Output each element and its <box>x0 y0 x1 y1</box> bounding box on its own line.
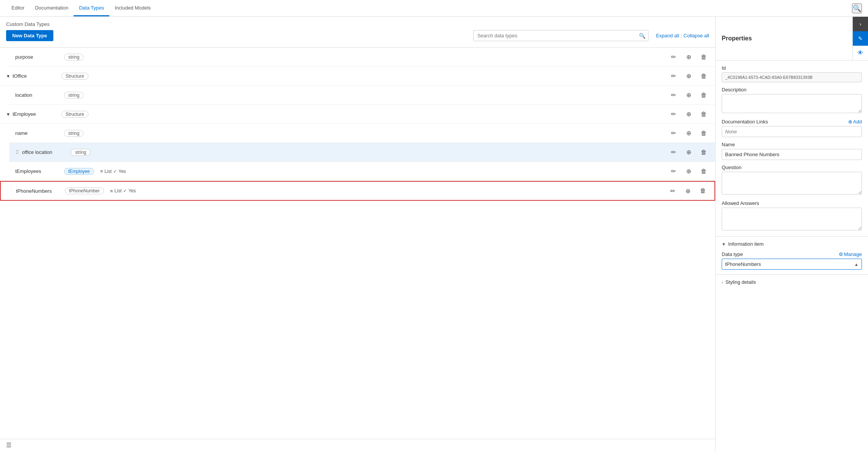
delete-icon[interactable]: 🗑 <box>698 166 709 177</box>
row-name: tPhoneNumbers <box>16 188 62 194</box>
gear-icon: ⚙ <box>839 251 843 257</box>
nav-included-models[interactable]: Included Models <box>109 0 156 16</box>
type-badge: Structure <box>61 111 88 118</box>
row-actions: ✏ ⊕ 🗑 <box>668 52 709 62</box>
edit-icon[interactable]: ✏ <box>668 52 679 62</box>
name-label: Name <box>722 142 862 147</box>
row-name: location <box>15 92 61 98</box>
list-icon: ≡ <box>110 188 113 194</box>
information-item-header[interactable]: ▼ Information item <box>722 241 862 247</box>
row-name: tEmployees <box>15 168 61 174</box>
edit-icon[interactable]: ✏ <box>668 71 679 82</box>
expand-all-button[interactable]: Expand all <box>656 33 679 38</box>
search-container: 🔍 <box>473 30 649 41</box>
add-icon[interactable]: ⊕ <box>683 109 694 120</box>
row-actions: ✏ ⊕ 🗑 <box>668 71 709 82</box>
manage-link[interactable]: ⚙ Manage <box>839 251 862 257</box>
table-row: name string ✏ ⊕ 🗑 <box>9 124 715 143</box>
delete-icon[interactable]: 🗑 <box>698 109 709 120</box>
right-panel-header: Properties › ✎ 👁 <box>716 17 868 61</box>
plus-icon: ⊕ <box>848 119 852 125</box>
data-type-label: Data type <box>722 251 743 257</box>
chevron-icon[interactable]: ▼ <box>6 112 10 117</box>
question-label: Question <box>722 165 862 170</box>
data-type-row: Data type ⚙ Manage <box>722 251 862 257</box>
add-icon[interactable]: ⊕ <box>683 128 694 139</box>
edit-icon[interactable]: ✏ <box>668 109 679 120</box>
chevron-right-icon: › <box>722 280 723 285</box>
styling-header[interactable]: › Styling details <box>722 279 862 285</box>
edit-icon[interactable]: ✏ <box>668 166 679 177</box>
list-icon: ≡ <box>100 168 103 174</box>
panel-icons: › ✎ 👁 <box>852 17 868 60</box>
type-badge: string <box>64 130 83 137</box>
add-doc-link-button[interactable]: ⊕ Add <box>848 119 862 125</box>
doc-links-input[interactable] <box>722 126 862 137</box>
search-input[interactable] <box>473 30 649 41</box>
edit-icon[interactable]: ✏ <box>668 147 679 158</box>
id-input[interactable] <box>722 72 862 82</box>
properties-title: Properties <box>722 35 752 42</box>
table-row: ▼ tEmployee Structure ✏ ⊕ 🗑 <box>0 105 715 124</box>
allowed-answers-textarea[interactable] <box>722 208 862 230</box>
expand-panel-icon[interactable]: › <box>853 17 868 31</box>
nav-search-button[interactable]: 🔍 <box>852 3 862 13</box>
add-icon[interactable]: ⊕ <box>683 71 694 82</box>
nav-editor[interactable]: Editor <box>6 0 30 16</box>
type-badge: string <box>71 149 90 156</box>
table-row: ▼ tOffice Structure ✏ ⊕ 🗑 <box>0 67 715 86</box>
edit-icon[interactable]: ✏ <box>668 90 679 101</box>
delete-icon[interactable]: 🗑 <box>698 128 709 139</box>
nav-documentation[interactable]: Documentation <box>30 0 74 16</box>
expand-collapse-controls: Expand all | Collapse all <box>656 33 709 38</box>
information-item-label: Information item <box>728 241 764 247</box>
delete-icon[interactable]: 🗑 <box>698 52 709 62</box>
search-icon: 🔍 <box>639 33 645 39</box>
chevron-icon[interactable]: ▼ <box>6 74 10 78</box>
add-icon[interactable]: ⊕ <box>682 186 693 196</box>
information-item-section: ▼ Information item Data type ⚙ Manage tP… <box>716 236 868 274</box>
edit-panel-icon[interactable]: ✎ <box>853 31 868 46</box>
doc-links-label: Documentation Links <box>722 119 768 125</box>
new-data-type-button[interactable]: New Data Type <box>6 30 53 41</box>
list-label: List <box>104 169 112 174</box>
description-textarea[interactable] <box>722 94 862 113</box>
row-actions: ✏ ⊕ 🗑 <box>668 128 709 139</box>
row-name: tOffice <box>13 73 58 79</box>
allowed-answers-label: Allowed Answers <box>722 200 862 206</box>
nav-data-types[interactable]: Data Types <box>74 0 109 16</box>
left-panel: Custom Data Types New Data Type 🔍 Expand… <box>0 17 716 451</box>
collapse-all-button[interactable]: Collapse all <box>684 33 709 38</box>
table-row: purpose string ✏ ⊕ 🗑 <box>9 48 715 67</box>
add-icon[interactable]: ⊕ <box>683 52 694 62</box>
delete-icon[interactable]: 🗑 <box>698 71 709 82</box>
delete-icon[interactable]: 🗑 <box>698 186 708 196</box>
yes-label: Yes <box>128 188 136 194</box>
data-type-dropdown[interactable]: tPhoneNumbers ▲ <box>722 259 862 270</box>
data-type-list: purpose string ✏ ⊕ 🗑 ▼ tOffice Structure… <box>0 47 715 439</box>
row-actions: ✏ ⊕ 🗑 <box>667 186 708 196</box>
edit-icon[interactable]: ✏ <box>668 128 679 139</box>
right-panel: Properties › ✎ 👁 Id Description Document… <box>716 17 868 451</box>
add-icon[interactable]: ⊕ <box>683 166 694 177</box>
add-icon[interactable]: ⊕ <box>683 147 694 158</box>
top-navigation: Editor Documentation Data Types Included… <box>0 0 868 17</box>
table-row: location string ✏ ⊕ 🗑 <box>9 86 715 105</box>
delete-icon[interactable]: 🗑 <box>698 147 709 158</box>
row-name: office location <box>22 149 68 155</box>
delete-icon[interactable]: 🗑 <box>698 90 709 101</box>
drag-handle-icon[interactable]: ⠿ <box>15 149 19 155</box>
eye-panel-icon[interactable]: 👁 <box>853 46 868 60</box>
edit-icon[interactable]: ✏ <box>667 186 678 196</box>
question-textarea[interactable] <box>722 172 862 195</box>
table-row[interactable]: tPhoneNumbers tPhoneNumber ≡ List ✓ Yes … <box>0 181 715 201</box>
description-label: Description <box>722 87 862 93</box>
name-input[interactable] <box>722 149 862 160</box>
table-row: ⠿ office location string ✏ ⊕ 🗑 <box>9 143 715 162</box>
add-icon[interactable]: ⊕ <box>683 90 694 101</box>
bottom-menu-icon[interactable]: ☰ <box>6 441 11 449</box>
left-panel-header: Custom Data Types New Data Type 🔍 Expand… <box>0 17 715 47</box>
row-actions: ✏ ⊕ 🗑 <box>668 109 709 120</box>
type-badge: Structure <box>61 73 88 80</box>
list-info: ≡ List ✓ Yes <box>100 168 126 174</box>
